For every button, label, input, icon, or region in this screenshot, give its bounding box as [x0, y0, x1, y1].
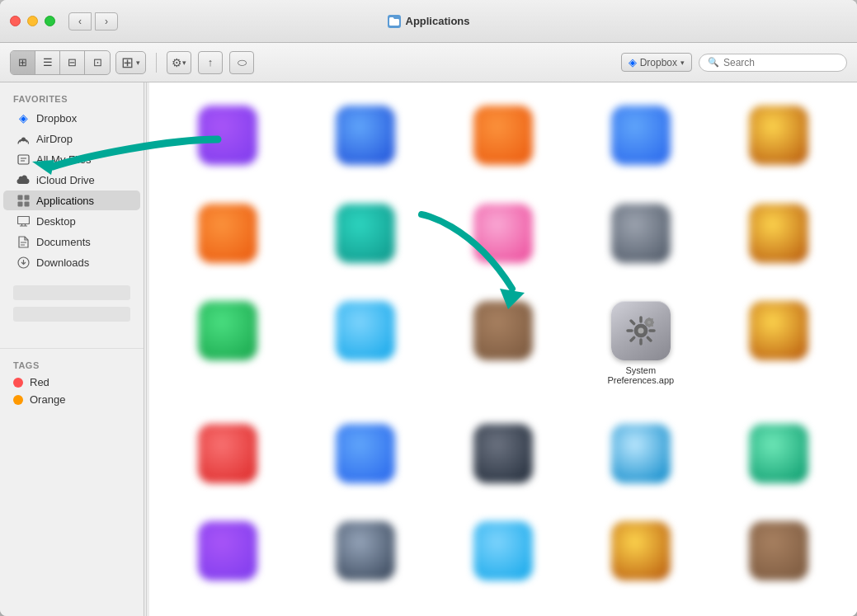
- app-item-7[interactable]: [304, 197, 428, 282]
- tag-red[interactable]: Red: [0, 374, 144, 391]
- main-area: Favorites ◈ Dropbox AirDrop: [0, 82, 857, 616]
- tags-section: Tags Red Orange: [0, 348, 144, 408]
- sidebar-item-downloads[interactable]: Downloads: [3, 252, 140, 272]
- close-button[interactable]: [10, 16, 21, 26]
- window-title-text: Applications: [405, 15, 469, 27]
- finder-window: ‹ › Applications ⊞ ☰: [0, 0, 857, 616]
- app-item-10[interactable]: [716, 197, 841, 282]
- sidebar-item-all-my-files[interactable]: All My Files: [3, 149, 140, 169]
- app-icon-9: [611, 204, 671, 263]
- svg-rect-6: [17, 216, 29, 223]
- app-item-13[interactable]: [441, 294, 566, 404]
- sidebar-item-applications[interactable]: Applications: [3, 190, 140, 210]
- title-folder-icon: [387, 15, 400, 28]
- tag-orange[interactable]: Orange: [0, 391, 144, 408]
- view-icon-button[interactable]: ⊞: [11, 51, 35, 74]
- app-item-11[interactable]: [166, 294, 290, 404]
- dropbox-icon: ◈: [629, 56, 637, 68]
- app-item-15[interactable]: [716, 294, 841, 404]
- view-options-chevron: ▾: [136, 59, 140, 67]
- svg-rect-4: [17, 201, 22, 206]
- app-grid: System Preferences.app: [149, 82, 857, 616]
- app-item-17[interactable]: [304, 417, 428, 502]
- app-item-25[interactable]: [716, 515, 841, 600]
- app-icon-3: [473, 106, 533, 165]
- app-item-6[interactable]: [166, 197, 290, 282]
- app-item-8[interactable]: [441, 197, 566, 282]
- back-button[interactable]: ‹: [68, 12, 92, 31]
- tags-label: Tags: [0, 355, 144, 374]
- view-options-icon: ⊞: [121, 54, 134, 72]
- app-icon-1: [198, 106, 257, 165]
- app-icon-12: [336, 301, 395, 360]
- nav-buttons: ‹ ›: [68, 12, 118, 31]
- arrange-chevron: ▾: [182, 59, 186, 67]
- minimize-button[interactable]: [27, 16, 38, 26]
- sidebar-item-documents-label: Documents: [36, 236, 91, 248]
- search-input[interactable]: [723, 57, 839, 68]
- app-item-4[interactable]: [578, 99, 703, 184]
- app-item-21[interactable]: [166, 515, 290, 600]
- toolbar-divider-1: [156, 53, 157, 73]
- app-item-20[interactable]: [716, 417, 841, 502]
- forward-icon: ›: [105, 16, 108, 27]
- sidebar-blurred-2: [13, 307, 130, 322]
- share-button[interactable]: ↑: [198, 51, 223, 74]
- arrange-button[interactable]: ⚙ ▾: [167, 51, 191, 74]
- svg-point-12: [638, 328, 643, 334]
- app-icon-4: [611, 106, 671, 165]
- list-view-icon: ☰: [43, 56, 53, 68]
- app-item-sys-pref[interactable]: System Preferences.app: [578, 294, 703, 404]
- tag-button[interactable]: ⬭: [229, 51, 254, 74]
- airdrop-icon: [16, 132, 30, 145]
- column-view-icon: ⊟: [68, 56, 77, 68]
- app-item-9[interactable]: [578, 197, 703, 282]
- app-icon-23: [473, 521, 533, 581]
- app-item-3[interactable]: [441, 99, 566, 184]
- titlebar: ‹ › Applications: [0, 0, 857, 43]
- sidebar-item-desktop[interactable]: Desktop: [3, 211, 140, 231]
- sidebar-blurred-1: [13, 285, 130, 300]
- search-icon: 🔍: [708, 57, 719, 68]
- dropbox-button[interactable]: ◈ Dropbox ▾: [621, 53, 692, 72]
- svg-rect-2: [17, 195, 22, 200]
- app-item-22[interactable]: [304, 515, 428, 600]
- sidebar-item-all-my-files-label: All My Files: [36, 153, 91, 166]
- app-item-24[interactable]: [578, 515, 703, 600]
- app-item-1[interactable]: [166, 99, 290, 184]
- sidebar-item-documents[interactable]: Documents: [3, 232, 140, 252]
- view-cover-button[interactable]: ⊡: [85, 51, 110, 74]
- arrange-icon: ⚙: [172, 56, 182, 69]
- app-item-19[interactable]: [578, 417, 703, 502]
- sidebar-item-desktop-label: Desktop: [36, 215, 76, 228]
- app-item-12[interactable]: [304, 294, 428, 404]
- sidebar-item-dropbox[interactable]: ◈ Dropbox: [3, 108, 140, 128]
- app-icon-8: [473, 204, 533, 263]
- app-item-18[interactable]: [441, 417, 566, 502]
- app-item-5[interactable]: [716, 99, 841, 184]
- view-options-button[interactable]: ⊞ ▾: [115, 51, 146, 74]
- app-icon-6: [198, 204, 257, 263]
- sidebar-item-icloud-drive[interactable]: iCloud Drive: [3, 170, 140, 190]
- sys-pref-label: System Preferences.app: [607, 365, 674, 385]
- app-item-16[interactable]: [166, 417, 290, 502]
- app-icon-10: [749, 204, 808, 263]
- app-icon-17: [336, 424, 395, 483]
- sidebar-item-airdrop[interactable]: AirDrop: [3, 129, 140, 148]
- documents-icon: [16, 235, 30, 248]
- desktop-icon: [16, 214, 30, 228]
- view-columns-button[interactable]: ⊟: [60, 51, 85, 74]
- icloud-drive-icon: [16, 173, 30, 186]
- view-list-button[interactable]: ☰: [35, 51, 60, 74]
- search-box[interactable]: 🔍: [699, 54, 847, 72]
- app-icon-13: [473, 301, 533, 360]
- forward-button[interactable]: ›: [95, 12, 118, 31]
- maximize-button[interactable]: [45, 16, 55, 26]
- app-item-2[interactable]: [304, 99, 428, 184]
- app-icon-21: [198, 521, 257, 581]
- app-icon-22: [336, 521, 395, 581]
- app-item-23[interactable]: [441, 515, 566, 600]
- app-icon-16: [198, 424, 257, 483]
- sidebar-blurred-section: [0, 279, 144, 335]
- app-icon-19: [611, 424, 671, 483]
